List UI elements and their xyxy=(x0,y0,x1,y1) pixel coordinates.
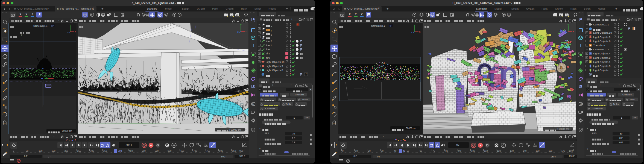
svg-text:A: A xyxy=(479,144,481,147)
svg-text:A: A xyxy=(179,14,180,16)
svg-text:X: X xyxy=(245,30,247,33)
svg-text:Y: Y xyxy=(240,24,242,26)
svg-text:Z: Z xyxy=(67,31,68,34)
svg-text:Y: Y xyxy=(69,25,71,27)
svg-text:01: 01 xyxy=(252,103,254,105)
svg-text:Y: Y xyxy=(414,25,415,27)
svg-text:01: 01 xyxy=(580,103,582,105)
svg-text:Z: Z xyxy=(237,31,239,33)
svg-text:X: X xyxy=(573,30,574,33)
svg-text:Y: Y xyxy=(567,24,569,26)
svg-text:Z: Z xyxy=(411,31,412,34)
svg-text:X: X xyxy=(419,31,421,33)
svg-text:Z: Z xyxy=(565,31,566,33)
svg-text:A: A xyxy=(508,14,510,16)
svg-text:A: A xyxy=(150,144,152,147)
